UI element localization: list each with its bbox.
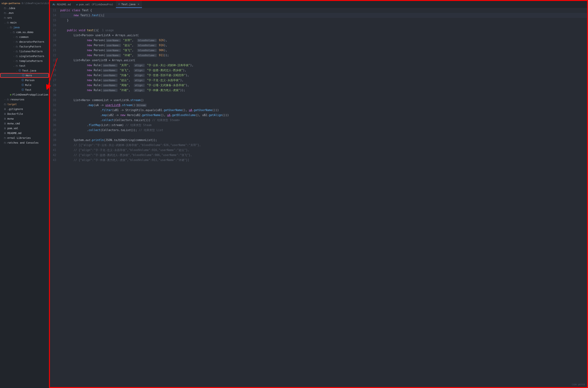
tree-label: ratches and Consoles <box>7 141 39 144</box>
tree-item-README-md[interactable]: 🗎README.md <box>0 131 49 136</box>
lib-icon: 🗀 <box>3 136 7 139</box>
tree-item--gitignore[interactable]: 🗎.gitignore <box>0 107 49 111</box>
tree-item--idea[interactable]: 🗀.idea <box>0 6 49 11</box>
chevron-icon: › <box>13 60 15 62</box>
tree-label: Hero <box>26 74 32 77</box>
scratch-icon: 🗀 <box>3 141 7 144</box>
tab-pom-xml--FlinkDemoPro-[interactable]: mpom.xml (FlinkDemoPro) <box>73 1 116 8</box>
editor-tabs: M↓README.mdmpom.xml (FlinkDemoPro)©Test.… <box>50 1 587 8</box>
tab-label: README.md <box>57 3 71 6</box>
tree-item--mvn[interactable]: 🗀.mvn <box>0 11 49 15</box>
line-gutter: 1114151617181920212223242526272829303132… <box>50 8 59 387</box>
package-icon: 🗀 <box>12 31 16 34</box>
tree-item-singletonPattern[interactable]: ›🗀singletonPattern <box>0 54 49 59</box>
chevron-icon: ⌄ <box>4 22 6 24</box>
tree-item-factoryPattern[interactable]: ›🗀factoryPattern <box>0 44 49 49</box>
tree-label: main <box>10 21 17 24</box>
close-icon[interactable]: × <box>138 2 139 6</box>
chevron-icon: › <box>13 50 15 52</box>
tree-label: factoryPattern <box>19 45 41 48</box>
tree-item-Hero[interactable]: ⒸHero <box>0 73 49 78</box>
tree-item-java[interactable]: ⌄🗀java <box>0 25 49 30</box>
tab-README-md[interactable]: M↓README.md <box>50 1 73 8</box>
package-icon: 🗀 <box>15 40 19 43</box>
tree-item-Person[interactable]: ⒸPerson <box>0 78 49 83</box>
chevron-icon: ⌄ <box>7 26 9 28</box>
tab-label: Test.java <box>121 3 136 6</box>
tree-item-resources[interactable]: ›🗀resources <box>0 97 49 102</box>
class-icon: Ⓒ <box>21 83 24 87</box>
class-icon: Ⓒ <box>21 88 24 92</box>
code-editor[interactable]: 1114151617181920212223242526272829303132… <box>50 8 587 387</box>
tree-item-Rule[interactable]: ⒸRule <box>0 83 49 87</box>
package-icon: 🗀 <box>15 45 19 48</box>
folder-icon: 🗀 <box>3 103 7 106</box>
tree-item-test[interactable]: ⌄🗀test <box>0 63 49 68</box>
chevron-icon: › <box>13 55 15 57</box>
file-icon: 🗎 <box>3 108 7 111</box>
tree-label: Rule <box>25 84 31 87</box>
tree-item-mvnw-cmd[interactable]: 🗎mvnw.cmd <box>0 121 49 126</box>
tab-Test-java[interactable]: ©Test.java× <box>116 1 142 8</box>
chevron-icon: ⌄ <box>10 31 12 33</box>
tree-label: .gitignore <box>7 108 23 111</box>
project-sidebar[interactable]: sign-patterns D:\IdeaProjects\Gitee\des … <box>0 0 49 388</box>
tree-item-com-xu-demo[interactable]: ⌄🗀com.xu.demo <box>0 30 49 35</box>
chevron-icon: ⌄ <box>13 65 15 67</box>
tree-item-ernal-Libraries[interactable]: 🗀ernal Libraries <box>0 136 49 140</box>
tab-label: pom.xml (FlinkDemoPro) <box>79 3 113 6</box>
tree-label: Test.java <box>22 69 36 72</box>
tree-item-Test-java[interactable]: ⌄ⒸTest.java <box>0 68 49 73</box>
tree-label: pom.xml <box>7 127 18 130</box>
tree-item-Test[interactable]: ⒸTest <box>0 87 49 92</box>
tree-label: ernal Libraries <box>7 136 31 139</box>
breadcrumb: sign-patterns D:\IdeaProjects\Gitee\des <box>0 1 49 6</box>
tree-label: Test <box>25 88 31 91</box>
tree-label: singletonPattern <box>19 55 44 58</box>
maven-icon: m <box>76 3 78 6</box>
tree-item-FlinkDemoProApplication[interactable]: ⊛FlinkDemoProApplication <box>0 92 49 97</box>
tree-item-mvnw[interactable]: 🗎mvnw <box>0 116 49 121</box>
folder-icon: 🗀 <box>3 16 7 19</box>
tree-label: listenerPattern <box>19 50 43 53</box>
resources-icon: 🗀 <box>6 98 10 101</box>
tree-item-decoratorPattern[interactable]: ›🗀decoratorPattern <box>0 39 49 44</box>
folder-icon: 🗀 <box>9 26 13 29</box>
chevron-icon: › <box>13 36 15 38</box>
tree-label: .idea <box>7 7 15 10</box>
editor-area: M↓README.mdmpom.xml (FlinkDemoPro)©Test.… <box>49 0 588 388</box>
tree-item-pom-xml[interactable]: 🗎pom.xml <box>0 126 49 131</box>
tree-label: README.md <box>7 132 22 135</box>
folder-icon: 🗀 <box>3 7 7 10</box>
chevron-icon: › <box>13 46 15 48</box>
folder-icon: 🗀 <box>6 21 10 24</box>
code-content[interactable]: public class Test { new Test().test(); }… <box>59 8 587 387</box>
package-icon: 🗀 <box>15 35 19 38</box>
class-icon: Ⓒ <box>21 78 24 82</box>
file-icon: 🗎 <box>3 117 7 120</box>
tree-item-main[interactable]: ⌄🗀main <box>0 20 49 25</box>
tree-item-templatePattern[interactable]: ›🗀templatePattern <box>0 59 49 63</box>
tree-label: resources <box>10 98 24 101</box>
file-icon: 🗎 <box>3 132 7 135</box>
tree-label: mvnw.cmd <box>7 122 20 125</box>
tree-item-listenerPattern[interactable]: ›🗀listenerPattern <box>0 49 49 54</box>
tree-label: target <box>7 103 17 106</box>
tree-item-src[interactable]: 🗀src <box>0 15 49 20</box>
file-icon: 🗎 <box>3 122 7 125</box>
spring-icon: ⊛ <box>10 93 12 96</box>
tree-label: java <box>13 26 20 29</box>
tree-item-common[interactable]: ›🗀common <box>0 35 49 39</box>
java-icon: © <box>118 3 120 5</box>
chevron-icon: › <box>13 41 15 43</box>
package-icon: 🗀 <box>15 60 19 62</box>
tree-item-Dockerfile[interactable]: 🗎Dockerfile <box>0 111 49 116</box>
tree-item-target[interactable]: 🗀target <box>0 102 49 107</box>
class-icon: Ⓒ <box>18 69 22 72</box>
chevron-icon: ⌄ <box>16 70 18 72</box>
class-icon: Ⓒ <box>22 74 25 77</box>
tree-label: Person <box>25 79 35 82</box>
md-icon: M↓ <box>52 3 55 6</box>
chevron-icon: › <box>4 98 6 100</box>
tree-item-ratches-and-Consoles[interactable]: 🗀ratches and Consoles <box>0 140 49 145</box>
